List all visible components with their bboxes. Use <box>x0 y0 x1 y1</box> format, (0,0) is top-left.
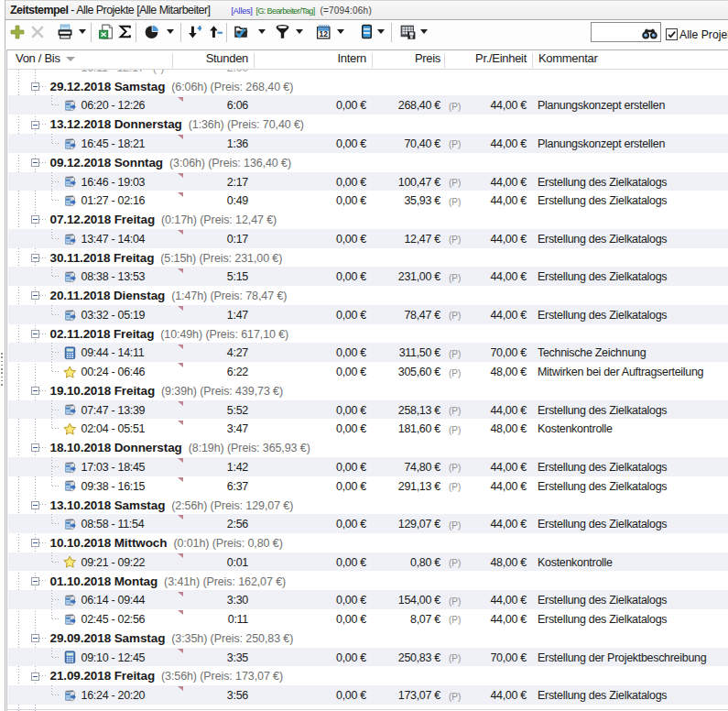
svg-text:12: 12 <box>319 29 328 38</box>
